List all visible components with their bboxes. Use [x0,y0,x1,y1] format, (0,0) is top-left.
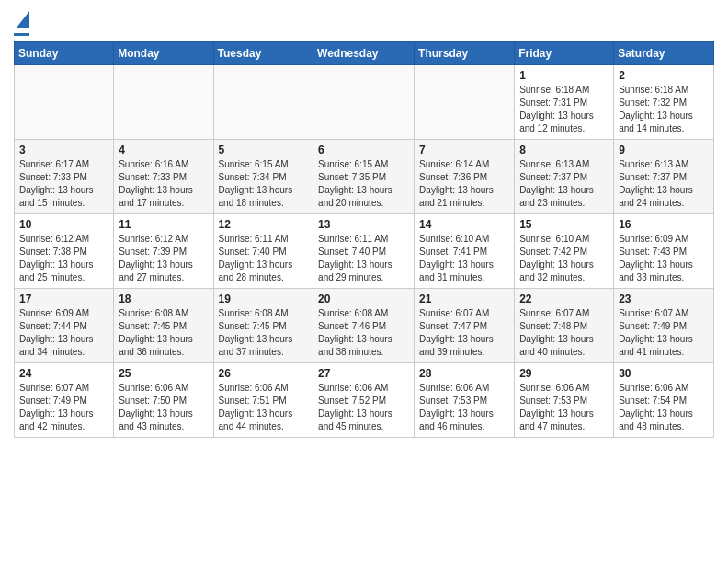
calendar-week-3: 10Sunrise: 6:12 AMSunset: 7:38 PMDayligh… [15,214,714,289]
page-header [14,9,714,36]
calendar-cell: 28Sunrise: 6:06 AMSunset: 7:53 PMDayligh… [415,363,515,438]
calendar-table: SundayMondayTuesdayWednesdayThursdayFrid… [14,41,714,438]
day-number: 14 [419,218,509,231]
calendar-cell: 27Sunrise: 6:06 AMSunset: 7:52 PMDayligh… [313,363,415,438]
day-number: 2 [619,69,709,82]
day-number: 30 [619,367,709,380]
calendar-cell [15,65,114,140]
logo-underline [14,33,29,36]
day-number: 25 [119,367,208,380]
calendar-cell: 1Sunrise: 6:18 AMSunset: 7:31 PMDaylight… [515,65,614,140]
column-header-saturday: Saturday [614,42,714,65]
calendar-cell [415,65,515,140]
calendar-cell [313,65,415,140]
day-info: Sunrise: 6:12 AMSunset: 7:39 PMDaylight:… [119,233,208,284]
calendar-cell: 8Sunrise: 6:13 AMSunset: 7:37 PMDaylight… [515,140,614,214]
day-number: 16 [619,218,709,231]
calendar-week-4: 17Sunrise: 6:09 AMSunset: 7:44 PMDayligh… [15,289,714,363]
calendar-cell: 3Sunrise: 6:17 AMSunset: 7:33 PMDaylight… [15,140,114,214]
day-info: Sunrise: 6:10 AMSunset: 7:41 PMDaylight:… [419,233,509,284]
calendar-cell: 17Sunrise: 6:09 AMSunset: 7:44 PMDayligh… [15,289,114,363]
day-info: Sunrise: 6:06 AMSunset: 7:53 PMDaylight:… [419,382,509,433]
day-number: 15 [519,218,609,231]
day-info: Sunrise: 6:15 AMSunset: 7:35 PMDaylight:… [318,158,409,210]
day-number: 13 [318,218,409,231]
calendar-cell: 12Sunrise: 6:11 AMSunset: 7:40 PMDayligh… [213,214,313,289]
day-number: 9 [619,144,709,156]
day-number: 21 [419,293,509,305]
day-number: 1 [519,69,609,82]
calendar-cell: 14Sunrise: 6:10 AMSunset: 7:41 PMDayligh… [415,214,515,289]
day-info: Sunrise: 6:08 AMSunset: 7:46 PMDaylight:… [318,307,409,359]
day-info: Sunrise: 6:14 AMSunset: 7:36 PMDaylight:… [419,158,509,210]
calendar-cell: 13Sunrise: 6:11 AMSunset: 7:40 PMDayligh… [313,214,415,289]
calendar-cell: 5Sunrise: 6:15 AMSunset: 7:34 PMDaylight… [213,140,313,214]
calendar-cell: 30Sunrise: 6:06 AMSunset: 7:54 PMDayligh… [614,363,714,438]
day-info: Sunrise: 6:11 AMSunset: 7:40 PMDaylight:… [219,233,309,284]
column-header-sunday: Sunday [15,42,114,65]
calendar-cell: 19Sunrise: 6:08 AMSunset: 7:45 PMDayligh… [213,289,313,363]
day-info: Sunrise: 6:08 AMSunset: 7:45 PMDaylight:… [119,307,208,359]
day-number: 12 [219,218,309,231]
day-number: 26 [219,367,309,380]
calendar-cell: 7Sunrise: 6:14 AMSunset: 7:36 PMDaylight… [415,140,515,214]
calendar-cell: 24Sunrise: 6:07 AMSunset: 7:49 PMDayligh… [15,363,114,438]
day-number: 4 [119,144,208,156]
day-number: 23 [619,293,709,305]
day-info: Sunrise: 6:07 AMSunset: 7:47 PMDaylight:… [419,307,509,359]
column-header-friday: Friday [515,42,614,65]
day-number: 7 [419,144,509,156]
column-header-wednesday: Wednesday [313,42,415,65]
calendar-cell: 23Sunrise: 6:07 AMSunset: 7:49 PMDayligh… [614,289,714,363]
calendar-cell: 25Sunrise: 6:06 AMSunset: 7:50 PMDayligh… [114,363,213,438]
calendar-week-5: 24Sunrise: 6:07 AMSunset: 7:49 PMDayligh… [15,363,714,438]
day-number: 24 [19,367,108,380]
day-info: Sunrise: 6:09 AMSunset: 7:43 PMDaylight:… [619,233,709,284]
calendar-cell: 21Sunrise: 6:07 AMSunset: 7:47 PMDayligh… [415,289,515,363]
day-number: 5 [219,144,309,156]
day-info: Sunrise: 6:13 AMSunset: 7:37 PMDaylight:… [619,158,709,210]
day-number: 10 [19,218,108,231]
day-number: 27 [318,367,409,380]
day-info: Sunrise: 6:06 AMSunset: 7:51 PMDaylight:… [219,382,309,433]
calendar-header-row: SundayMondayTuesdayWednesdayThursdayFrid… [15,42,714,65]
day-number: 22 [519,293,609,305]
calendar-cell [213,65,313,140]
day-info: Sunrise: 6:06 AMSunset: 7:52 PMDaylight:… [318,382,409,433]
calendar-cell: 2Sunrise: 6:18 AMSunset: 7:32 PMDaylight… [614,65,714,140]
day-info: Sunrise: 6:17 AMSunset: 7:33 PMDaylight:… [19,158,108,210]
svg-marker-0 [17,11,29,28]
day-number: 17 [19,293,108,305]
day-number: 19 [219,293,309,305]
column-header-thursday: Thursday [415,42,515,65]
calendar-cell: 9Sunrise: 6:13 AMSunset: 7:37 PMDaylight… [614,140,714,214]
day-info: Sunrise: 6:11 AMSunset: 7:40 PMDaylight:… [318,233,409,284]
day-number: 6 [318,144,409,156]
logo [14,15,29,36]
day-info: Sunrise: 6:12 AMSunset: 7:38 PMDaylight:… [19,233,108,284]
day-info: Sunrise: 6:06 AMSunset: 7:54 PMDaylight:… [619,382,709,433]
day-info: Sunrise: 6:08 AMSunset: 7:45 PMDaylight:… [219,307,309,359]
calendar-cell: 6Sunrise: 6:15 AMSunset: 7:35 PMDaylight… [313,140,415,214]
day-info: Sunrise: 6:07 AMSunset: 7:49 PMDaylight:… [619,307,709,359]
day-info: Sunrise: 6:13 AMSunset: 7:37 PMDaylight:… [519,158,609,210]
day-number: 11 [119,218,208,231]
day-number: 18 [119,293,208,305]
day-info: Sunrise: 6:16 AMSunset: 7:33 PMDaylight:… [119,158,208,210]
day-number: 8 [519,144,609,156]
day-number: 20 [318,293,409,305]
day-info: Sunrise: 6:15 AMSunset: 7:34 PMDaylight:… [219,158,309,210]
day-number: 3 [19,144,108,156]
calendar-cell: 15Sunrise: 6:10 AMSunset: 7:42 PMDayligh… [515,214,614,289]
day-number: 28 [419,367,509,380]
calendar-cell: 20Sunrise: 6:08 AMSunset: 7:46 PMDayligh… [313,289,415,363]
calendar-cell: 16Sunrise: 6:09 AMSunset: 7:43 PMDayligh… [614,214,714,289]
day-info: Sunrise: 6:10 AMSunset: 7:42 PMDaylight:… [519,233,609,284]
column-header-tuesday: Tuesday [213,42,313,65]
day-info: Sunrise: 6:07 AMSunset: 7:49 PMDaylight:… [19,382,108,433]
calendar-cell: 29Sunrise: 6:06 AMSunset: 7:53 PMDayligh… [515,363,614,438]
day-info: Sunrise: 6:18 AMSunset: 7:32 PMDaylight:… [619,84,709,135]
calendar-cell: 18Sunrise: 6:08 AMSunset: 7:45 PMDayligh… [114,289,213,363]
day-number: 29 [519,367,609,380]
calendar-week-1: 1Sunrise: 6:18 AMSunset: 7:31 PMDaylight… [15,65,714,140]
